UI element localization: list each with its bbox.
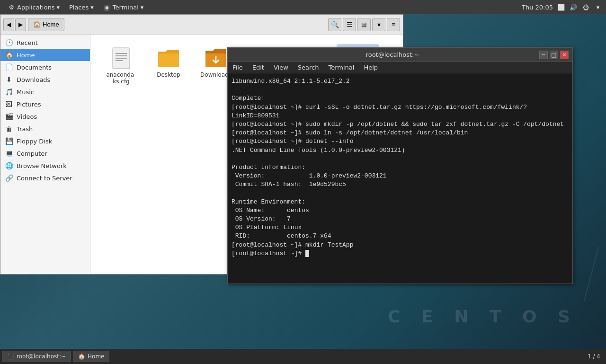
places-label: Places [69,4,89,11]
terminal-menu-terminal[interactable]: Terminal [323,63,359,72]
places-menu[interactable]: Places ▾ [65,3,98,12]
music-icon: 🎵 [5,88,13,96]
close-icon: ✕ [562,52,567,58]
recent-icon: 🕐 [5,39,13,46]
maximize-icon: □ [551,52,556,58]
file-item-anaconda[interactable]: anaconda-ks.cfg [100,44,143,88]
top-panel-left: ⚙ Applications ▾ Places ▾ ▣ Terminal ▾ [4,2,147,12]
sidebar-item-music[interactable]: 🎵 Music [0,86,90,98]
power-arrow[interactable]: ▾ [594,3,602,11]
terminal-label: Terminal [113,4,139,11]
terminal-title: root@localhost:~ [246,51,539,58]
terminal-close-button[interactable]: ✕ [560,51,569,59]
applications-label: Applications [17,4,54,11]
minimize-icon: ─ [542,52,545,58]
top-panel: ⚙ Applications ▾ Places ▾ ▣ Terminal ▾ T… [0,0,606,14]
terminal-menu-search[interactable]: Search [293,63,324,72]
terminal-window: root@localhost:~ ─ □ ✕ File Edit View Se… [227,47,573,284]
list-view-button[interactable]: ☰ [343,18,356,31]
home-sidebar-icon: 🏠 [5,51,13,59]
sidebar-item-videos[interactable]: 🎬 Videos [0,110,90,123]
terminal-menu-file[interactable]: File [228,63,248,72]
volume-icon[interactable]: 🔊 [569,3,578,11]
top-panel-right: Thu 20:05 ⬜ 🔊 ⏻ ▾ [522,3,602,11]
terminal-menu-view[interactable]: View [269,63,293,72]
sidebar-label-home: Home [17,52,35,59]
terminal-minimize-button[interactable]: ─ [539,51,548,59]
sidebar-item-computer[interactable]: 💻 Computer [0,147,90,160]
applications-menu[interactable]: ⚙ Applications ▾ [4,2,63,12]
browse-network-icon: 🌐 [5,162,13,169]
file-icon-desktop [157,47,180,70]
file-icon-downloads [205,47,227,70]
terminal-titlebar: root@localhost:~ ─ □ ✕ [228,48,572,62]
terminal-maximize-button[interactable]: □ [550,51,558,59]
terminal-content[interactable]: libunwind.x86_64 2:1.1-5.el7_2.2 Complet… [228,73,572,284]
search-icon: 🔍 [331,21,339,28]
downloads-icon: ⬇ [5,76,13,83]
file-label-anaconda: anaconda-ks.cfg [103,71,140,85]
menu-button[interactable]: ≡ [387,18,400,31]
icon-view-button[interactable]: ⊞ [357,18,371,31]
sidebar-label-browse-network: Browse Network [17,162,67,169]
sidebar-label-floppy: Floppy Disk [17,138,52,145]
sidebar-item-browse-network[interactable]: 🌐 Browse Network [0,160,90,172]
toolbar-right-buttons: 🔍 ☰ ⊞ ▾ ≡ [328,18,400,31]
taskbar-item-terminal[interactable]: ⬛ root@localhost:~ [2,351,71,362]
sidebar-item-downloads[interactable]: ⬇ Downloads [0,73,90,86]
sidebar-label-music: Music [17,89,34,96]
sidebar-item-trash[interactable]: 🗑 Trash [0,123,90,135]
sidebar-item-documents[interactable]: 📄 Documents [0,61,90,73]
sidebar-item-recent[interactable]: 🕐 Recent [0,36,90,49]
terminal-menu[interactable]: ▣ Terminal ▾ [99,2,147,12]
sidebar-item-home[interactable]: 🏠 Home [0,49,90,61]
floppy-icon: 💾 [5,137,13,145]
file-icon-anaconda [110,47,133,70]
terminal-panel-icon: ▣ [103,3,111,11]
back-button[interactable]: ◀ [3,18,14,31]
file-item-desktop[interactable]: Desktop [147,44,190,88]
terminal-arrow: ▾ [141,4,144,11]
sidebar-label-downloads: Downloads [17,76,50,83]
documents-icon: 📄 [5,63,13,71]
home-label: Home [43,21,59,28]
taskbar-pager: 1 / 4 [584,353,604,360]
sidebar-label-computer: Computer [17,150,47,157]
view-options-button[interactable]: ▾ [372,18,385,31]
hamburger-icon: ≡ [392,21,395,28]
sidebar-label-trash: Trash [17,125,33,133]
sidebar-item-pictures[interactable]: 🖼 Pictures [0,98,90,110]
screen-icon[interactable]: ⬜ [557,3,565,11]
pictures-icon: 🖼 [5,100,13,108]
sidebar-label-pictures: Pictures [17,101,41,108]
datetime-display: Thu 20:05 [522,4,553,11]
home-icon: 🏠 [33,21,41,28]
search-toggle-button[interactable]: 🔍 [328,18,341,31]
trash-icon: 🗑 [5,125,13,133]
taskbar: ⬛ root@localhost:~ 🏠 Home 1 / 4 [0,349,606,364]
forward-button[interactable]: ▶ [15,18,26,31]
back-icon: ◀ [7,21,11,28]
taskbar-home-icon: 🏠 [78,353,85,360]
home-button[interactable]: 🏠 Home [28,18,64,31]
grid-icon: ⊞ [361,21,367,28]
power-icon[interactable]: ⏻ [581,3,590,11]
terminal-menu-help[interactable]: Help [359,63,383,72]
sidebar: 🕐 Recent 🏠 Home 📄 Documents ⬇ Downloads … [0,35,90,274]
sidebar-label-connect-server: Connect to Server [17,175,72,182]
sidebar-item-connect-server[interactable]: 🔗 Connect to Server [0,172,90,184]
terminal-menu-edit[interactable]: Edit [248,63,269,72]
forward-icon: ▶ [18,21,23,28]
taskbar-item-home[interactable]: 🏠 Home [73,351,109,362]
computer-icon: 💻 [5,150,13,157]
terminal-menubar: File Edit View Search Terminal Help [228,62,572,73]
taskbar-home-label: Home [88,353,104,360]
connect-server-icon: 🔗 [5,174,13,182]
taskbar-terminal-label: root@localhost:~ [17,353,66,360]
terminal-controls: ─ □ ✕ [539,51,569,59]
places-arrow: ▾ [90,4,94,11]
applications-icon: ⚙ [8,3,15,11]
sidebar-item-floppy[interactable]: 💾 Floppy Disk [0,135,90,147]
file-manager-toolbar: ◀ ▶ 🏠 Home 🔍 ☰ ⊞ ▾ ≡ [0,15,403,35]
sidebar-label-documents: Documents [17,64,52,71]
